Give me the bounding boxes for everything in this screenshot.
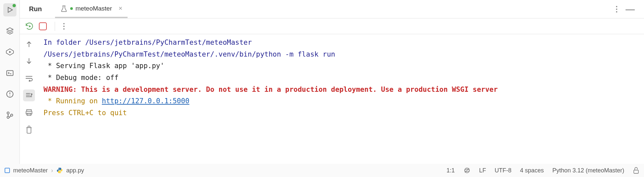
svg-point-16 [63, 23, 65, 24]
console-side-toolbar [20, 34, 38, 164]
chevron-right-icon: › [51, 167, 53, 174]
output-line: * Debug mode: off [44, 74, 119, 82]
tool-window-title: Run [24, 5, 47, 13]
run-toolbar [20, 18, 644, 34]
svg-point-13 [616, 9, 617, 10]
module-icon [5, 168, 10, 173]
output-line: * Serving Flask app 'app.py' [44, 62, 164, 70]
output-line: In folder /Users/jetbrains/PyCharmTest/m… [44, 38, 252, 46]
more-actions-button[interactable] [63, 23, 65, 30]
server-url-link[interactable]: http://127.0.0.1:5000 [102, 97, 190, 105]
up-stack-button[interactable] [23, 38, 35, 50]
analysis-icon[interactable] [463, 167, 471, 174]
flask-icon [60, 5, 68, 12]
svg-marker-0 [8, 7, 12, 12]
hide-tool-window-button[interactable]: — [626, 5, 635, 14]
encoding[interactable]: UTF-8 [495, 167, 512, 174]
svg-point-12 [616, 6, 617, 7]
running-dot-icon [13, 4, 16, 7]
output-line: Press CTRL+C to quit [44, 109, 127, 117]
close-tab-button[interactable]: × [119, 5, 123, 12]
down-stack-button[interactable] [23, 55, 35, 67]
output-warning-line: WARNING: This is a development server. D… [44, 86, 502, 93]
scroll-to-end-button[interactable] [23, 89, 35, 101]
status-bar: meteoMaster › app.py 1:1 [0, 164, 644, 177]
interpreter[interactable]: Python 3.12 (meteoMaster) [552, 167, 624, 174]
run-tool-window-button[interactable] [3, 3, 16, 16]
more-options-button[interactable] [616, 6, 618, 13]
rerun-button[interactable] [25, 22, 34, 31]
indent[interactable]: 4 spaces [520, 167, 544, 174]
breadcrumb[interactable]: meteoMaster › app.py [5, 167, 84, 174]
left-toolbar [0, 0, 20, 164]
svg-rect-34 [634, 170, 638, 173]
svg-point-17 [63, 26, 65, 27]
running-dot-icon [70, 7, 73, 10]
terminal-tool-button[interactable] [3, 66, 16, 80]
vcs-tool-button[interactable] [3, 109, 16, 122]
svg-point-9 [7, 116, 9, 118]
console-output[interactable]: In folder /Users/jetbrains/PyCharmTest/m… [38, 34, 644, 164]
soft-wrap-button[interactable] [23, 72, 35, 84]
stop-button[interactable] [39, 22, 47, 30]
lock-icon[interactable] [633, 167, 639, 174]
problems-tool-button[interactable] [3, 88, 16, 101]
breadcrumb-file: app.py [66, 167, 84, 174]
svg-rect-3 [7, 70, 13, 75]
output-line: * Running on [44, 97, 102, 105]
svg-point-29 [59, 168, 59, 169]
line-separator[interactable]: LF [479, 167, 486, 174]
svg-point-7 [9, 95, 10, 96]
divider [55, 22, 55, 31]
run-config-tab[interactable]: meteoMaster × [55, 0, 128, 18]
clear-all-button[interactable] [23, 124, 35, 136]
svg-marker-2 [9, 51, 11, 53]
svg-point-18 [63, 28, 65, 30]
print-button[interactable] [23, 107, 35, 118]
svg-point-14 [616, 11, 617, 13]
play-outline-button[interactable] [3, 45, 16, 59]
output-line: /Users/jetbrains/PyCharmTest/meteoMaster… [44, 50, 335, 58]
breadcrumb-module: meteoMaster [13, 167, 48, 174]
python-file-icon [56, 167, 63, 174]
services-tool-button[interactable] [3, 24, 16, 38]
cursor-position[interactable]: 1:1 [447, 167, 455, 174]
svg-point-30 [60, 172, 61, 173]
tab-title: meteoMaster [75, 5, 112, 12]
run-tab-bar: Run meteoMaster × [20, 0, 644, 18]
svg-point-8 [7, 112, 9, 114]
svg-marker-15 [29, 25, 31, 27]
